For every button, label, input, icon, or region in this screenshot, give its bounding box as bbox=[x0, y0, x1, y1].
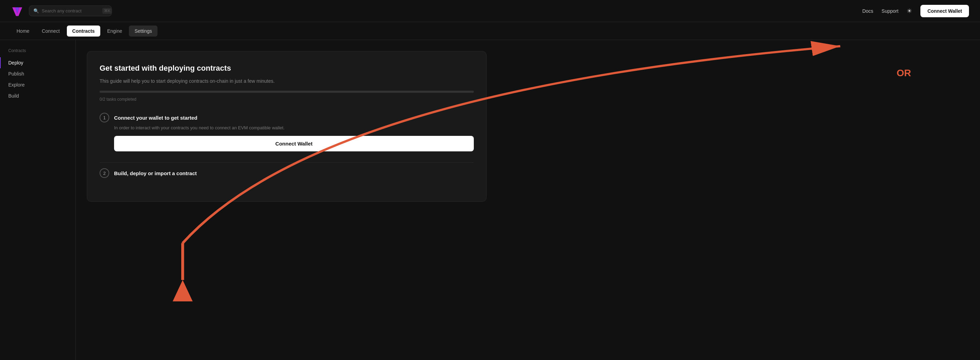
search-box[interactable]: 🔍 ⌘K bbox=[29, 5, 111, 16]
or-label: OR bbox=[897, 68, 911, 79]
task-1-description: In order to interact with your contracts… bbox=[114, 125, 474, 131]
header-left: 🔍 ⌘K bbox=[11, 5, 111, 17]
header: 🔍 ⌘K Docs Support ☀ Connect Wallet bbox=[0, 0, 980, 22]
task-2-header: 2 Build, deploy or import a contract bbox=[100, 168, 474, 178]
task-2-title: Build, deploy or import a contract bbox=[114, 170, 197, 176]
sidebar: Contracts Deploy Publish Explore Build bbox=[0, 40, 76, 360]
tasks-label: 0/2 tasks completed bbox=[100, 97, 474, 102]
task-1-header: 1 Connect your wallet to get started bbox=[100, 113, 474, 123]
nav-item-engine[interactable]: Engine bbox=[102, 25, 128, 37]
theme-toggle-button[interactable]: ☀ bbox=[907, 7, 912, 15]
main-content: OR Get started with deploying contracts … bbox=[76, 40, 980, 360]
task-1-title: Connect your wallet to get started bbox=[114, 115, 197, 121]
connect-wallet-main-button[interactable]: Connect Wallet bbox=[114, 136, 474, 151]
task-1: 1 Connect your wallet to get started In … bbox=[100, 113, 474, 151]
card-title: Get started with deploying contracts bbox=[100, 64, 474, 73]
logo bbox=[11, 5, 24, 17]
task-2: 2 Build, deploy or import a contract bbox=[100, 168, 474, 178]
docs-link[interactable]: Docs bbox=[862, 8, 873, 14]
sidebar-item-publish[interactable]: Publish bbox=[0, 68, 75, 79]
header-right: Docs Support ☀ Connect Wallet bbox=[862, 5, 969, 17]
main-nav: Home Connect Contracts Engine Settings bbox=[0, 22, 980, 40]
card-description: This guide will help you to start deploy… bbox=[100, 78, 474, 84]
sidebar-item-build[interactable]: Build bbox=[0, 90, 75, 101]
deploy-card: Get started with deploying contracts Thi… bbox=[87, 51, 487, 202]
nav-item-settings[interactable]: Settings bbox=[129, 25, 158, 37]
progress-bar-background bbox=[100, 91, 474, 93]
task-divider bbox=[100, 162, 474, 163]
search-shortcut: ⌘K bbox=[102, 8, 112, 14]
sidebar-item-explore[interactable]: Explore bbox=[0, 79, 75, 90]
nav-item-contracts[interactable]: Contracts bbox=[67, 25, 100, 37]
nav-item-home[interactable]: Home bbox=[11, 25, 35, 37]
search-icon: 🔍 bbox=[33, 8, 39, 13]
connect-wallet-header-button[interactable]: Connect Wallet bbox=[920, 5, 969, 17]
nav-item-connect[interactable]: Connect bbox=[36, 25, 65, 37]
task-2-number: 2 bbox=[100, 168, 109, 178]
support-link[interactable]: Support bbox=[881, 8, 898, 14]
sidebar-section-title: Contracts bbox=[0, 48, 75, 57]
search-input[interactable] bbox=[42, 8, 100, 13]
main-layout: Contracts Deploy Publish Explore Build O… bbox=[0, 40, 980, 360]
sidebar-item-deploy[interactable]: Deploy bbox=[0, 57, 75, 68]
task-1-number: 1 bbox=[100, 113, 109, 123]
